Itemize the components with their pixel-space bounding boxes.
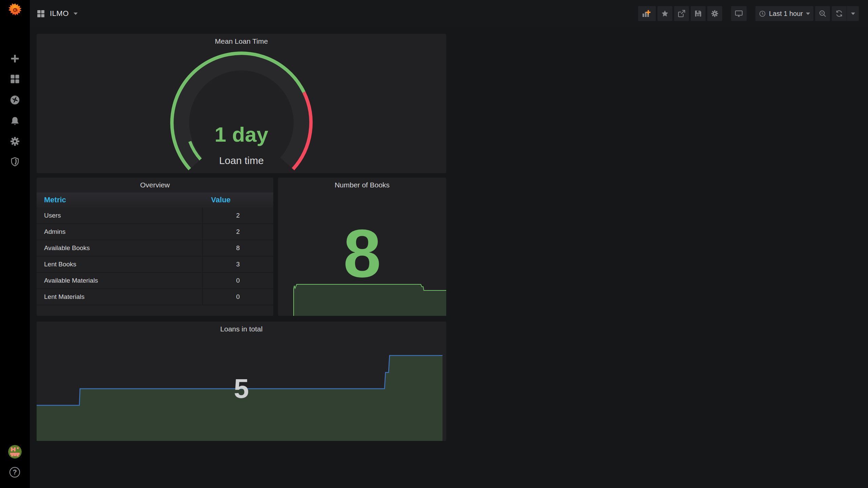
table-row: Lent Materials 0 [37, 289, 273, 305]
panel-title[interactable]: Overview [37, 178, 273, 192]
refresh-interval-caret-icon [851, 13, 855, 15]
value-cell: 8 [202, 240, 273, 256]
column-header-value[interactable]: Value [202, 192, 273, 207]
metric-cell: Admins [37, 224, 202, 240]
table-row: Lent Books 3 [37, 256, 273, 272]
refresh-interval-button[interactable] [847, 6, 859, 21]
metric-cell: Users [37, 207, 202, 224]
star-button[interactable] [657, 6, 672, 21]
metric-cell: Lent Books [37, 256, 202, 272]
dashboard-grid-icon [37, 9, 45, 18]
server-admin-shield-icon[interactable] [0, 154, 30, 170]
dashboard-settings-button[interactable] [707, 6, 722, 21]
table-header-row: Metric Value [37, 192, 273, 207]
zoom-out-icon [818, 9, 827, 18]
panel-overview: Overview Metric Value Users 2 Admins 2 A… [37, 178, 273, 316]
gauge-value: 1 day [215, 123, 269, 146]
grafana-logo[interactable] [8, 3, 23, 18]
navbar-actions: Last 1 hour [638, 6, 859, 21]
table-row: Users 2 [37, 207, 273, 224]
user-avatar[interactable] [8, 445, 22, 459]
value-cell: 2 [202, 207, 273, 224]
dashboards-icon[interactable] [0, 71, 30, 87]
monitor-icon [734, 9, 743, 18]
table-row: Available Books 8 [37, 240, 273, 256]
time-range-caret-icon [806, 13, 810, 15]
share-icon [677, 9, 686, 18]
value-cell: 2 [202, 224, 273, 240]
add-panel-icon [642, 9, 652, 18]
panel-loans-in-total: Loans in total 5 [37, 322, 446, 441]
panel-title[interactable]: Mean Loan Time [37, 34, 446, 49]
panel-title[interactable]: Loans in total [37, 322, 446, 337]
share-button[interactable] [674, 6, 689, 21]
time-range-picker[interactable]: Last 1 hour [755, 6, 813, 21]
value-cell: 0 [202, 289, 273, 305]
star-icon [661, 9, 669, 18]
time-range-label: Last 1 hour [769, 10, 803, 18]
overview-table: Metric Value Users 2 Admins 2 Available … [37, 192, 273, 305]
side-menu: ? [0, 0, 30, 488]
metric-cell: Available Materials [37, 272, 202, 289]
metric-cell: Lent Materials [37, 289, 202, 305]
column-header-metric[interactable]: Metric [37, 192, 202, 207]
tv-mode-button[interactable] [731, 6, 747, 21]
table-row: Admins 2 [37, 224, 273, 240]
refresh-button[interactable] [832, 6, 847, 21]
add-panel-button[interactable] [638, 6, 656, 21]
save-button[interactable] [691, 6, 706, 21]
explore-compass-icon[interactable] [0, 92, 30, 108]
metric-cell: Available Books [37, 240, 202, 256]
zoom-out-button[interactable] [815, 6, 830, 21]
refresh-icon [835, 9, 843, 18]
panel-title[interactable]: Number of Books [278, 178, 446, 192]
help-icon[interactable]: ? [9, 467, 20, 477]
grafana-dashboard: ? ILMO [0, 0, 868, 488]
value-cell: 0 [202, 272, 273, 289]
table-row: Available Materials 0 [37, 272, 273, 289]
create-plus-icon[interactable] [0, 50, 30, 67]
value-cell: 3 [202, 256, 273, 272]
dashboard-title: ILMO [50, 9, 69, 18]
refresh-button-group [832, 6, 859, 21]
help-glyph: ? [13, 468, 17, 476]
alerting-bell-icon[interactable] [0, 113, 30, 129]
gauge-label: Loan time [219, 155, 264, 166]
settings-gear-icon [711, 9, 719, 18]
save-icon [694, 9, 702, 18]
configuration-gear-icon[interactable] [0, 133, 30, 149]
loan-time-gauge: 1 day Loan time [37, 49, 446, 173]
panel-mean-loan-time: Mean Loan Time 1 day Loan time [37, 34, 446, 173]
stat-value-books: 8 [278, 220, 446, 287]
dashboard-caret-icon [74, 13, 78, 15]
clock-icon [759, 10, 766, 17]
navbar: ILMO [30, 0, 868, 27]
dashboard-picker[interactable]: ILMO [37, 0, 78, 27]
stat-value-loans: 5 [37, 375, 446, 402]
panel-number-of-books: Number of Books 8 [278, 178, 446, 316]
